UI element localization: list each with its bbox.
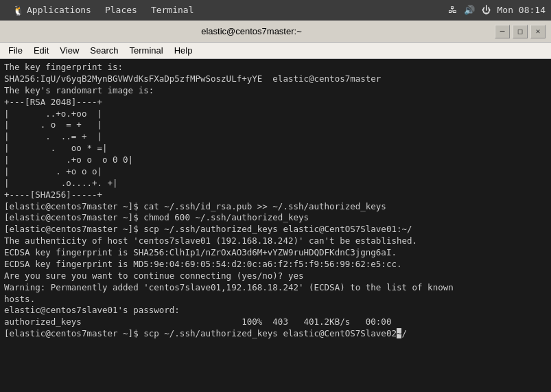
power-icon: ⏻: [482, 5, 491, 15]
menu-help[interactable]: Help: [169, 44, 198, 57]
taskbar-clock: 🖧 🔊 ⏻ Mon 08:14: [448, 5, 546, 15]
terminal-title: elastic@centos7master:~: [8, 26, 495, 36]
close-button[interactable]: ✕: [530, 25, 546, 38]
network-icon: 🖧: [448, 5, 457, 15]
menu-file[interactable]: File: [3, 44, 28, 57]
terminal-window: elastic@centos7master:~ ─ □ ✕ File Edit …: [0, 21, 551, 392]
taskbar-applications[interactable]: 🐧 Applications: [5, 0, 98, 21]
terminal-titlebar: elastic@centos7master:~ ─ □ ✕: [0, 21, 551, 43]
applications-label: Applications: [27, 5, 91, 15]
volume-icon: 🔊: [464, 5, 475, 15]
terminal-menubar: File Edit View Search Terminal Help: [0, 43, 551, 59]
menu-search[interactable]: Search: [84, 44, 124, 57]
maximize-button[interactable]: □: [513, 25, 528, 38]
clock-display: Mon 08:14: [497, 5, 546, 15]
minimize-button[interactable]: ─: [495, 25, 510, 38]
taskbar-left: 🐧 Applications Places Terminal: [5, 0, 201, 21]
applications-icon: 🐧: [12, 5, 24, 16]
taskbar-places[interactable]: Places: [98, 0, 144, 21]
menu-view[interactable]: View: [54, 44, 84, 57]
terminal-cursor: ~: [397, 328, 402, 338]
terminal-content[interactable]: The key fingerprint is: SHA256:IqU/v6yqB…: [0, 59, 551, 392]
menu-edit[interactable]: Edit: [28, 44, 54, 57]
menu-terminal[interactable]: Terminal: [124, 44, 169, 57]
places-label: Places: [105, 5, 137, 15]
window-buttons: ─ □ ✕: [495, 25, 546, 38]
taskbar: 🐧 Applications Places Terminal 🖧 🔊 ⏻ Mon…: [0, 0, 551, 21]
terminal-label: Terminal: [151, 5, 194, 15]
taskbar-terminal[interactable]: Terminal: [144, 0, 201, 21]
